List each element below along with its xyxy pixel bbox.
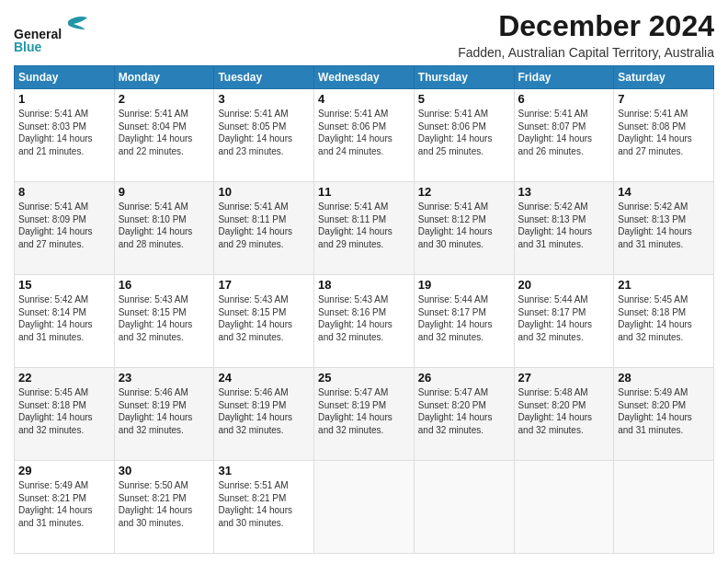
subtitle: Fadden, Australian Capital Territory, Au… <box>458 45 714 60</box>
day-info: Sunrise: 5:45 AMSunset: 8:18 PMDaylight:… <box>18 386 110 436</box>
table-row <box>614 461 714 554</box>
table-row: 30Sunrise: 5:50 AMSunset: 8:21 PMDayligh… <box>114 461 214 554</box>
day-number: 15 <box>18 278 110 292</box>
table-row: 7Sunrise: 5:41 AMSunset: 8:08 PMDaylight… <box>614 89 714 182</box>
day-number: 12 <box>418 185 510 199</box>
day-info: Sunrise: 5:41 AMSunset: 8:08 PMDaylight:… <box>618 108 710 157</box>
col-tuesday: Tuesday <box>214 66 314 89</box>
day-info: Sunrise: 5:43 AMSunset: 8:15 PMDaylight:… <box>218 293 310 343</box>
col-saturday: Saturday <box>614 66 714 89</box>
day-info: Sunrise: 5:50 AMSunset: 8:21 PMDaylight:… <box>119 479 210 529</box>
day-number: 14 <box>618 185 710 199</box>
day-info: Sunrise: 5:41 AMSunset: 8:05 PMDaylight:… <box>218 108 310 157</box>
day-info: Sunrise: 5:41 AMSunset: 8:11 PMDaylight:… <box>318 201 410 250</box>
day-info: Sunrise: 5:41 AMSunset: 8:03 PMDaylight:… <box>18 108 110 157</box>
table-row: 24Sunrise: 5:46 AMSunset: 8:19 PMDayligh… <box>214 368 314 461</box>
table-row: 27Sunrise: 5:48 AMSunset: 8:20 PMDayligh… <box>514 368 614 461</box>
day-number: 21 <box>618 278 710 292</box>
table-row: 16Sunrise: 5:43 AMSunset: 8:15 PMDayligh… <box>114 275 214 368</box>
day-info: Sunrise: 5:41 AMSunset: 8:10 PMDaylight:… <box>119 201 210 250</box>
logo: General Blue <box>14 13 97 54</box>
day-number: 8 <box>18 185 110 199</box>
table-row: 4Sunrise: 5:41 AMSunset: 8:06 PMDaylight… <box>314 89 415 182</box>
table-row: 6Sunrise: 5:41 AMSunset: 8:07 PMDaylight… <box>514 89 614 182</box>
page: General Blue December 2024 Fadden, Austr… <box>0 0 728 563</box>
table-row: 18Sunrise: 5:43 AMSunset: 8:16 PMDayligh… <box>314 275 415 368</box>
table-row: 12Sunrise: 5:41 AMSunset: 8:12 PMDayligh… <box>414 182 514 275</box>
day-number: 18 <box>318 278 410 292</box>
table-row: 2Sunrise: 5:41 AMSunset: 8:04 PMDaylight… <box>114 89 214 182</box>
day-info: Sunrise: 5:41 AMSunset: 8:09 PMDaylight:… <box>18 201 110 250</box>
calendar-week-1: 1Sunrise: 5:41 AMSunset: 8:03 PMDaylight… <box>15 89 714 182</box>
day-info: Sunrise: 5:41 AMSunset: 8:07 PMDaylight:… <box>518 108 610 157</box>
table-row: 15Sunrise: 5:42 AMSunset: 8:14 PMDayligh… <box>15 275 115 368</box>
day-number: 3 <box>218 92 310 106</box>
day-number: 2 <box>119 92 210 106</box>
day-number: 17 <box>218 278 310 292</box>
day-number: 30 <box>119 464 210 477</box>
header: General Blue December 2024 Fadden, Austr… <box>14 9 714 60</box>
table-row: 9Sunrise: 5:41 AMSunset: 8:10 PMDaylight… <box>114 182 214 275</box>
day-info: Sunrise: 5:41 AMSunset: 8:04 PMDaylight:… <box>119 108 210 157</box>
calendar-header-row: Sunday Monday Tuesday Wednesday Thursday… <box>15 66 714 89</box>
day-number: 25 <box>318 371 410 385</box>
table-row: 3Sunrise: 5:41 AMSunset: 8:05 PMDaylight… <box>214 89 314 182</box>
day-info: Sunrise: 5:44 AMSunset: 8:17 PMDaylight:… <box>518 293 610 343</box>
table-row: 22Sunrise: 5:45 AMSunset: 8:18 PMDayligh… <box>15 368 115 461</box>
day-info: Sunrise: 5:42 AMSunset: 8:13 PMDaylight:… <box>618 201 710 250</box>
table-row <box>514 461 614 554</box>
day-info: Sunrise: 5:51 AMSunset: 8:21 PMDaylight:… <box>218 479 310 529</box>
day-number: 7 <box>618 92 710 106</box>
main-title: December 2024 <box>458 9 714 43</box>
table-row: 19Sunrise: 5:44 AMSunset: 8:17 PMDayligh… <box>414 275 514 368</box>
day-info: Sunrise: 5:47 AMSunset: 8:19 PMDaylight:… <box>318 386 410 436</box>
svg-text:Blue: Blue <box>14 40 42 54</box>
day-number: 19 <box>418 278 510 292</box>
calendar-week-3: 15Sunrise: 5:42 AMSunset: 8:14 PMDayligh… <box>15 275 714 368</box>
table-row: 11Sunrise: 5:41 AMSunset: 8:11 PMDayligh… <box>314 182 415 275</box>
day-number: 11 <box>318 185 410 199</box>
table-row: 29Sunrise: 5:49 AMSunset: 8:21 PMDayligh… <box>15 461 115 554</box>
table-row: 25Sunrise: 5:47 AMSunset: 8:19 PMDayligh… <box>314 368 415 461</box>
title-block: December 2024 Fadden, Australian Capital… <box>458 9 714 60</box>
day-number: 26 <box>418 371 510 385</box>
table-row: 21Sunrise: 5:45 AMSunset: 8:18 PMDayligh… <box>614 275 714 368</box>
col-thursday: Thursday <box>414 66 514 89</box>
day-info: Sunrise: 5:42 AMSunset: 8:14 PMDaylight:… <box>18 293 110 343</box>
day-number: 9 <box>119 185 210 199</box>
table-row: 1Sunrise: 5:41 AMSunset: 8:03 PMDaylight… <box>15 89 115 182</box>
day-number: 13 <box>518 185 610 199</box>
table-row <box>314 461 415 554</box>
table-row: 20Sunrise: 5:44 AMSunset: 8:17 PMDayligh… <box>514 275 614 368</box>
table-row <box>414 461 514 554</box>
day-info: Sunrise: 5:49 AMSunset: 8:21 PMDaylight:… <box>18 479 110 529</box>
table-row: 28Sunrise: 5:49 AMSunset: 8:20 PMDayligh… <box>614 368 714 461</box>
day-info: Sunrise: 5:43 AMSunset: 8:16 PMDaylight:… <box>318 293 410 343</box>
table-row: 8Sunrise: 5:41 AMSunset: 8:09 PMDaylight… <box>15 182 115 275</box>
table-row: 17Sunrise: 5:43 AMSunset: 8:15 PMDayligh… <box>214 275 314 368</box>
day-number: 1 <box>18 92 110 106</box>
day-info: Sunrise: 5:41 AMSunset: 8:11 PMDaylight:… <box>218 201 310 250</box>
day-number: 10 <box>218 185 310 199</box>
day-info: Sunrise: 5:46 AMSunset: 8:19 PMDaylight:… <box>218 386 310 436</box>
day-info: Sunrise: 5:48 AMSunset: 8:20 PMDaylight:… <box>518 386 610 436</box>
logo-svg: General Blue <box>14 13 97 54</box>
calendar-week-4: 22Sunrise: 5:45 AMSunset: 8:18 PMDayligh… <box>15 368 714 461</box>
day-number: 4 <box>318 92 410 106</box>
table-row: 31Sunrise: 5:51 AMSunset: 8:21 PMDayligh… <box>214 461 314 554</box>
day-number: 6 <box>518 92 610 106</box>
table-row: 23Sunrise: 5:46 AMSunset: 8:19 PMDayligh… <box>114 368 214 461</box>
col-sunday: Sunday <box>15 66 115 89</box>
day-info: Sunrise: 5:45 AMSunset: 8:18 PMDaylight:… <box>618 293 710 343</box>
col-wednesday: Wednesday <box>314 66 415 89</box>
day-number: 28 <box>618 371 710 385</box>
table-row: 10Sunrise: 5:41 AMSunset: 8:11 PMDayligh… <box>214 182 314 275</box>
day-info: Sunrise: 5:47 AMSunset: 8:20 PMDaylight:… <box>418 386 510 436</box>
day-number: 20 <box>518 278 610 292</box>
day-info: Sunrise: 5:41 AMSunset: 8:06 PMDaylight:… <box>418 108 510 157</box>
day-info: Sunrise: 5:49 AMSunset: 8:20 PMDaylight:… <box>618 386 710 436</box>
day-number: 22 <box>18 371 110 385</box>
day-number: 29 <box>18 464 110 477</box>
day-number: 24 <box>218 371 310 385</box>
table-row: 26Sunrise: 5:47 AMSunset: 8:20 PMDayligh… <box>414 368 514 461</box>
